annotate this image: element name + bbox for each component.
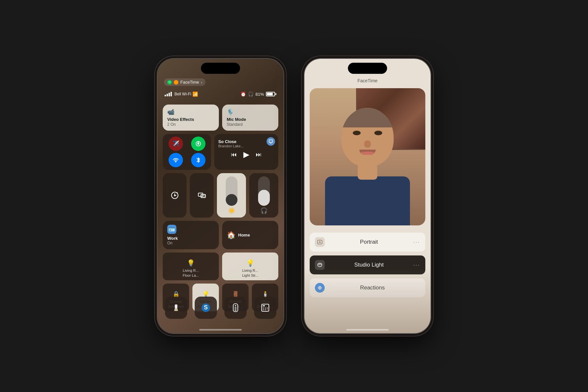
toggles-grid: ✈️ [163, 134, 211, 170]
bottom-apps-row: S [163, 297, 278, 319]
svg-rect-7 [175, 304, 177, 308]
svg-point-12 [235, 305, 236, 306]
wifi-toggle-button[interactable] [169, 153, 183, 167]
bluetooth-button[interactable] [191, 153, 205, 167]
volume-slider[interactable]: 🎧 [249, 173, 278, 218]
brightness-icon: ☀️ [228, 207, 235, 214]
svg-rect-17 [263, 305, 265, 306]
wifi-status-icon: 📶 [192, 91, 198, 97]
living-floor-label: Living R...Floor La... [183, 268, 199, 278]
shazam-button[interactable]: S [195, 297, 217, 319]
rotation-lock-icon [171, 191, 179, 200]
cellular-icon [195, 140, 202, 147]
facetime-badge[interactable]: FaceTime › [164, 78, 205, 86]
headphone-icon: 🎧 [248, 91, 253, 97]
portrait-icon [315, 237, 325, 247]
svg-rect-4 [174, 195, 175, 196]
home-tile[interactable]: 🏠 Home [222, 221, 278, 249]
rotation-lock-button[interactable] [163, 173, 187, 218]
facetime-orange-dot [174, 80, 178, 85]
mic-mode-label: Mic Mode [227, 117, 274, 122]
portrait-effect-icon [317, 239, 322, 245]
control-center-tiles: 📹 Video Effects 2 On 🎙️ Mic Mode Standar… [163, 105, 278, 315]
home-label: Home [238, 233, 250, 237]
studio-light-label: Studio Light [325, 262, 413, 268]
svg-point-20 [267, 308, 268, 309]
wifi-icon [172, 157, 179, 163]
top-bar: FaceTime › [157, 78, 284, 86]
home-indicator-2 [346, 329, 389, 331]
facetime-badge-text: FaceTime [180, 80, 199, 85]
video-icon [168, 81, 171, 84]
cube-icon [317, 262, 322, 268]
row-2: ✈️ [163, 134, 278, 170]
work-sublabel: On [167, 241, 172, 245]
battery-percentage: 81% [255, 92, 264, 97]
dynamic-island-1 [201, 63, 240, 74]
media-song-title: So Close [218, 139, 274, 144]
facetime-title: FaceTime [357, 78, 378, 83]
living-light-tile[interactable]: 💡 Living R...Light Str... [222, 253, 278, 280]
flashlight-button[interactable] [165, 297, 187, 319]
work-focus-tile[interactable]: 🪪 Work On [163, 221, 219, 249]
brightness-slider[interactable]: ☀️ [217, 173, 246, 218]
screen-mirror-button[interactable] [190, 173, 214, 218]
mic-mode-tile[interactable]: 🎙️ Mic Mode Standard [222, 105, 278, 131]
light-strip-icon: 💡 [246, 259, 254, 267]
row-5: 💡 Living R...Floor La... 💡 Living R...Li… [163, 253, 278, 280]
portrait-more-button[interactable]: ··· [413, 239, 420, 246]
shazam-icon: S [201, 303, 211, 313]
status-bar: Bell Wi-Fi 📶 ⏰ 🎧 81% [157, 91, 284, 97]
video-effects-tile[interactable]: 📹 Video Effects 2 On [163, 105, 219, 131]
cellular-button[interactable] [191, 137, 205, 151]
battery-icon [266, 92, 276, 96]
svg-point-19 [265, 308, 266, 309]
flashlight-icon [172, 304, 180, 312]
portrait-label: Portrait [325, 239, 413, 245]
svg-rect-6 [201, 194, 205, 198]
svg-rect-13 [235, 307, 237, 308]
svg-point-23 [267, 309, 268, 310]
home-indicator-1 [199, 329, 242, 331]
airplay-button[interactable] [267, 137, 275, 146]
living-floor-tile[interactable]: 💡 Living R...Floor La... [163, 253, 219, 280]
bluetooth-icon [196, 157, 201, 163]
mic-mode-sublabel: Standard [227, 122, 274, 127]
video-effects-icon: 📹 [167, 108, 174, 116]
remote-icon [232, 303, 239, 312]
facetime-chevron: › [201, 80, 202, 84]
media-rewind-button[interactable]: ⏮ [231, 151, 237, 158]
volume-icon: 🎧 [260, 207, 268, 214]
facetime-green-dot [167, 80, 172, 85]
media-player-tile[interactable]: So Close Brandon Lake... ⏮ ▶ ⏭ [214, 134, 278, 170]
remote-button[interactable] [224, 297, 247, 319]
status-right: ⏰ 🎧 81% [240, 91, 276, 97]
signal-bars [165, 92, 172, 96]
phone-1: FaceTime › Bell Wi-Fi 📶 ⏰ 🎧 81% [157, 58, 284, 334]
status-left: Bell Wi-Fi 📶 [165, 91, 198, 97]
calculator-button[interactable] [254, 297, 276, 319]
facetime-bottom-blur [304, 268, 431, 333]
media-play-button[interactable]: ▶ [243, 150, 249, 159]
mic-mode-icon: 🎙️ [227, 108, 234, 116]
svg-point-21 [263, 309, 264, 310]
svg-rect-14 [235, 309, 237, 309]
svg-point-8 [175, 309, 177, 310]
portrait-button[interactable]: Portrait ··· [310, 233, 425, 252]
row-3: ☀️ 🎧 [163, 173, 278, 218]
video-effects-label: Video Effects [167, 117, 214, 122]
media-artist-name: Brandon Lake... [218, 144, 274, 148]
video-effects-sublabel: 2 On [167, 122, 214, 127]
home-icon: 🏠 [227, 231, 236, 239]
airplane-mode-button[interactable]: ✈️ [169, 137, 183, 151]
studio-more-button[interactable]: ··· [413, 262, 420, 269]
row-4: 🪪 Work On 🏠 Home [163, 221, 278, 249]
screen-mirror-icon [198, 191, 206, 200]
svg-point-2 [175, 162, 176, 163]
svg-point-24 [319, 241, 320, 242]
floor-lamp-icon: 💡 [187, 259, 195, 267]
svg-point-18 [263, 308, 264, 309]
person-silhouette [325, 111, 410, 225]
work-label: Work [167, 236, 178, 241]
media-forward-button[interactable]: ⏭ [256, 151, 262, 158]
